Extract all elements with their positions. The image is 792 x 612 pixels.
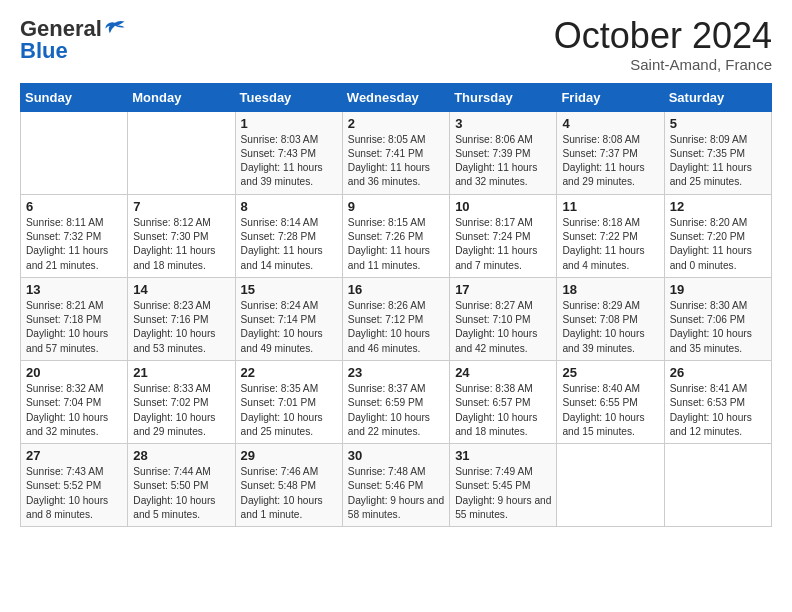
day-info: Sunrise: 7:49 AM Sunset: 5:45 PM Dayligh…: [455, 465, 551, 522]
day-info: Sunrise: 8:20 AM Sunset: 7:20 PM Dayligh…: [670, 216, 766, 273]
day-info: Sunrise: 8:32 AM Sunset: 7:04 PM Dayligh…: [26, 382, 122, 439]
calendar-cell: 21Sunrise: 8:33 AM Sunset: 7:02 PM Dayli…: [128, 360, 235, 443]
calendar-cell: 26Sunrise: 8:41 AM Sunset: 6:53 PM Dayli…: [664, 360, 771, 443]
day-number: 14: [133, 282, 229, 297]
page: General Blue October 2024 Saint-Amand, F…: [0, 0, 792, 612]
day-info: Sunrise: 8:11 AM Sunset: 7:32 PM Dayligh…: [26, 216, 122, 273]
day-info: Sunrise: 7:44 AM Sunset: 5:50 PM Dayligh…: [133, 465, 229, 522]
day-number: 31: [455, 448, 551, 463]
calendar-cell: 31Sunrise: 7:49 AM Sunset: 5:45 PM Dayli…: [450, 444, 557, 527]
day-number: 6: [26, 199, 122, 214]
col-friday: Friday: [557, 83, 664, 111]
day-number: 24: [455, 365, 551, 380]
day-number: 2: [348, 116, 444, 131]
location: Saint-Amand, France: [554, 56, 772, 73]
calendar-cell: 9Sunrise: 8:15 AM Sunset: 7:26 PM Daylig…: [342, 194, 449, 277]
calendar-cell: 23Sunrise: 8:37 AM Sunset: 6:59 PM Dayli…: [342, 360, 449, 443]
calendar-table: Sunday Monday Tuesday Wednesday Thursday…: [20, 83, 772, 528]
day-info: Sunrise: 8:29 AM Sunset: 7:08 PM Dayligh…: [562, 299, 658, 356]
day-info: Sunrise: 8:05 AM Sunset: 7:41 PM Dayligh…: [348, 133, 444, 190]
day-number: 18: [562, 282, 658, 297]
day-number: 28: [133, 448, 229, 463]
calendar-week-3: 13Sunrise: 8:21 AM Sunset: 7:18 PM Dayli…: [21, 277, 772, 360]
day-info: Sunrise: 8:17 AM Sunset: 7:24 PM Dayligh…: [455, 216, 551, 273]
calendar-week-5: 27Sunrise: 7:43 AM Sunset: 5:52 PM Dayli…: [21, 444, 772, 527]
calendar-cell: 29Sunrise: 7:46 AM Sunset: 5:48 PM Dayli…: [235, 444, 342, 527]
calendar-cell: 8Sunrise: 8:14 AM Sunset: 7:28 PM Daylig…: [235, 194, 342, 277]
day-info: Sunrise: 8:06 AM Sunset: 7:39 PM Dayligh…: [455, 133, 551, 190]
logo-blue: Blue: [20, 38, 68, 64]
day-info: Sunrise: 7:46 AM Sunset: 5:48 PM Dayligh…: [241, 465, 337, 522]
calendar-cell: 17Sunrise: 8:27 AM Sunset: 7:10 PM Dayli…: [450, 277, 557, 360]
calendar-cell: 22Sunrise: 8:35 AM Sunset: 7:01 PM Dayli…: [235, 360, 342, 443]
day-number: 30: [348, 448, 444, 463]
day-number: 8: [241, 199, 337, 214]
day-number: 23: [348, 365, 444, 380]
col-wednesday: Wednesday: [342, 83, 449, 111]
day-info: Sunrise: 8:03 AM Sunset: 7:43 PM Dayligh…: [241, 133, 337, 190]
day-number: 17: [455, 282, 551, 297]
day-info: Sunrise: 7:43 AM Sunset: 5:52 PM Dayligh…: [26, 465, 122, 522]
day-number: 12: [670, 199, 766, 214]
day-number: 1: [241, 116, 337, 131]
calendar-cell: 16Sunrise: 8:26 AM Sunset: 7:12 PM Dayli…: [342, 277, 449, 360]
calendar-cell: [557, 444, 664, 527]
calendar-week-4: 20Sunrise: 8:32 AM Sunset: 7:04 PM Dayli…: [21, 360, 772, 443]
calendar-cell: 11Sunrise: 8:18 AM Sunset: 7:22 PM Dayli…: [557, 194, 664, 277]
calendar-cell: 12Sunrise: 8:20 AM Sunset: 7:20 PM Dayli…: [664, 194, 771, 277]
calendar-cell: 25Sunrise: 8:40 AM Sunset: 6:55 PM Dayli…: [557, 360, 664, 443]
day-number: 3: [455, 116, 551, 131]
day-info: Sunrise: 8:21 AM Sunset: 7:18 PM Dayligh…: [26, 299, 122, 356]
day-info: Sunrise: 8:09 AM Sunset: 7:35 PM Dayligh…: [670, 133, 766, 190]
calendar-cell: [128, 111, 235, 194]
day-info: Sunrise: 8:33 AM Sunset: 7:02 PM Dayligh…: [133, 382, 229, 439]
calendar-cell: 20Sunrise: 8:32 AM Sunset: 7:04 PM Dayli…: [21, 360, 128, 443]
day-info: Sunrise: 8:08 AM Sunset: 7:37 PM Dayligh…: [562, 133, 658, 190]
day-number: 16: [348, 282, 444, 297]
day-number: 9: [348, 199, 444, 214]
calendar-week-1: 1Sunrise: 8:03 AM Sunset: 7:43 PM Daylig…: [21, 111, 772, 194]
col-sunday: Sunday: [21, 83, 128, 111]
day-info: Sunrise: 8:26 AM Sunset: 7:12 PM Dayligh…: [348, 299, 444, 356]
logo-bird-icon: [104, 17, 126, 39]
day-number: 10: [455, 199, 551, 214]
header: General Blue October 2024 Saint-Amand, F…: [20, 16, 772, 73]
day-number: 25: [562, 365, 658, 380]
day-info: Sunrise: 8:23 AM Sunset: 7:16 PM Dayligh…: [133, 299, 229, 356]
calendar-cell: 7Sunrise: 8:12 AM Sunset: 7:30 PM Daylig…: [128, 194, 235, 277]
day-number: 26: [670, 365, 766, 380]
calendar-cell: 13Sunrise: 8:21 AM Sunset: 7:18 PM Dayli…: [21, 277, 128, 360]
day-number: 21: [133, 365, 229, 380]
col-monday: Monday: [128, 83, 235, 111]
day-number: 5: [670, 116, 766, 131]
calendar-cell: 10Sunrise: 8:17 AM Sunset: 7:24 PM Dayli…: [450, 194, 557, 277]
day-number: 22: [241, 365, 337, 380]
day-info: Sunrise: 8:12 AM Sunset: 7:30 PM Dayligh…: [133, 216, 229, 273]
day-info: Sunrise: 8:30 AM Sunset: 7:06 PM Dayligh…: [670, 299, 766, 356]
col-tuesday: Tuesday: [235, 83, 342, 111]
day-info: Sunrise: 8:35 AM Sunset: 7:01 PM Dayligh…: [241, 382, 337, 439]
day-info: Sunrise: 7:48 AM Sunset: 5:46 PM Dayligh…: [348, 465, 444, 522]
day-number: 27: [26, 448, 122, 463]
calendar-cell: 27Sunrise: 7:43 AM Sunset: 5:52 PM Dayli…: [21, 444, 128, 527]
day-info: Sunrise: 8:40 AM Sunset: 6:55 PM Dayligh…: [562, 382, 658, 439]
calendar-cell: 19Sunrise: 8:30 AM Sunset: 7:06 PM Dayli…: [664, 277, 771, 360]
day-info: Sunrise: 8:24 AM Sunset: 7:14 PM Dayligh…: [241, 299, 337, 356]
calendar-cell: [21, 111, 128, 194]
day-number: 13: [26, 282, 122, 297]
day-info: Sunrise: 8:18 AM Sunset: 7:22 PM Dayligh…: [562, 216, 658, 273]
calendar-week-2: 6Sunrise: 8:11 AM Sunset: 7:32 PM Daylig…: [21, 194, 772, 277]
logo: General Blue: [20, 16, 126, 64]
title-block: October 2024 Saint-Amand, France: [554, 16, 772, 73]
calendar-cell: 14Sunrise: 8:23 AM Sunset: 7:16 PM Dayli…: [128, 277, 235, 360]
calendar-cell: 18Sunrise: 8:29 AM Sunset: 7:08 PM Dayli…: [557, 277, 664, 360]
calendar-cell: 1Sunrise: 8:03 AM Sunset: 7:43 PM Daylig…: [235, 111, 342, 194]
calendar-cell: 28Sunrise: 7:44 AM Sunset: 5:50 PM Dayli…: [128, 444, 235, 527]
day-number: 7: [133, 199, 229, 214]
calendar-cell: 5Sunrise: 8:09 AM Sunset: 7:35 PM Daylig…: [664, 111, 771, 194]
header-row: Sunday Monday Tuesday Wednesday Thursday…: [21, 83, 772, 111]
calendar-cell: 30Sunrise: 7:48 AM Sunset: 5:46 PM Dayli…: [342, 444, 449, 527]
day-info: Sunrise: 8:41 AM Sunset: 6:53 PM Dayligh…: [670, 382, 766, 439]
calendar-cell: 4Sunrise: 8:08 AM Sunset: 7:37 PM Daylig…: [557, 111, 664, 194]
day-info: Sunrise: 8:38 AM Sunset: 6:57 PM Dayligh…: [455, 382, 551, 439]
